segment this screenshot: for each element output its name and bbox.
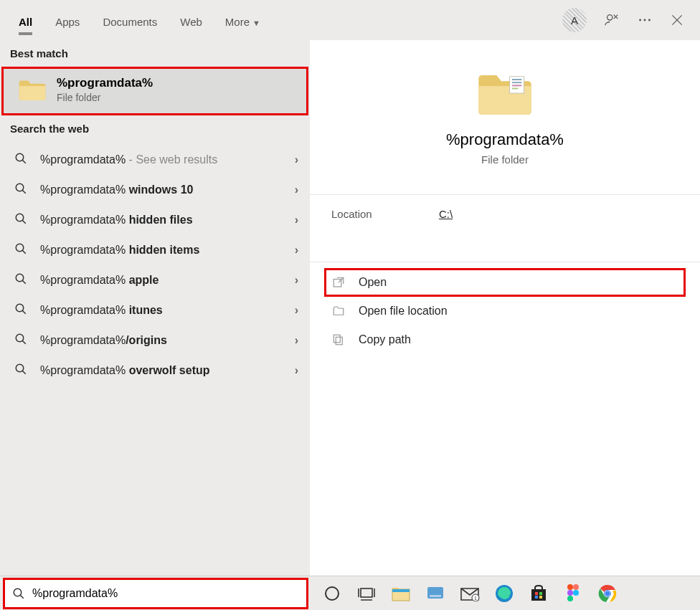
chevron-right-icon: › <box>295 184 298 196</box>
search-input[interactable] <box>32 587 299 600</box>
svg-rect-18 <box>336 337 342 345</box>
svg-rect-15 <box>512 85 521 86</box>
feedback-icon[interactable] <box>604 12 620 28</box>
svg-point-36 <box>573 584 579 590</box>
best-match-subtitle: File folder <box>57 92 153 103</box>
web-result[interactable]: %programdata%/origins › <box>6 325 304 356</box>
search-icon <box>14 152 29 168</box>
svg-rect-16 <box>512 88 518 90</box>
search-icon <box>14 182 29 198</box>
search-icon <box>14 302 29 318</box>
search-header: All Apps Documents Web More▼ A <box>0 0 700 40</box>
chevron-down-icon: ▼ <box>252 19 260 27</box>
best-match-title: %programdata% <box>57 76 153 90</box>
svg-point-11 <box>16 364 24 372</box>
svg-rect-14 <box>512 82 521 83</box>
chevron-right-icon: › <box>295 364 298 377</box>
svg-point-0 <box>607 15 612 20</box>
figma-icon[interactable] <box>562 583 584 604</box>
store-icon[interactable] <box>528 583 549 604</box>
chevron-right-icon: › <box>295 274 298 287</box>
open-icon <box>331 275 346 290</box>
location-link[interactable]: C:\ <box>439 208 453 220</box>
search-icon <box>14 333 29 348</box>
svg-point-1 <box>639 19 641 22</box>
search-web-header: Search the web <box>0 115 310 142</box>
folder-icon <box>18 77 47 102</box>
search-icon <box>14 242 29 258</box>
close-icon[interactable] <box>670 13 684 27</box>
chevron-right-icon: › <box>295 244 298 257</box>
svg-point-35 <box>567 584 573 590</box>
svg-point-37 <box>567 590 573 596</box>
preview-title: %programdata% <box>446 130 564 149</box>
svg-rect-33 <box>535 596 538 599</box>
action-copy-path[interactable]: Copy path <box>324 325 686 354</box>
web-result[interactable]: %programdata% overwolf setup › <box>6 356 304 386</box>
svg-point-39 <box>567 596 573 601</box>
web-result[interactable]: %programdata% hidden files › <box>6 205 304 235</box>
best-match-item[interactable]: %programdata% File folder <box>1 67 308 115</box>
svg-rect-34 <box>539 596 542 599</box>
preview-pane: %programdata% File folder Location C:\ O… <box>310 40 700 576</box>
action-open[interactable]: Open <box>324 268 686 297</box>
tab-web[interactable]: Web <box>169 3 214 38</box>
search-icon <box>14 212 29 228</box>
web-result[interactable]: %programdata% - See web results › <box>6 145 304 175</box>
svg-point-29 <box>496 585 513 602</box>
svg-point-27 <box>472 594 479 601</box>
web-result[interactable]: %programdata% hidden items › <box>6 235 304 265</box>
task-view-icon[interactable] <box>356 583 377 604</box>
svg-point-3 <box>648 19 651 22</box>
copy-icon <box>331 333 346 347</box>
svg-text:1: 1 <box>474 596 477 601</box>
folder-open-icon <box>331 304 346 318</box>
svg-point-20 <box>14 588 22 596</box>
taskbar: 1 <box>0 576 700 610</box>
edge-icon[interactable] <box>493 583 515 604</box>
search-icon <box>14 272 29 288</box>
search-box[interactable] <box>3 578 308 609</box>
location-row: Location C:\ <box>310 195 700 233</box>
svg-rect-24 <box>392 589 410 592</box>
tab-all[interactable]: All <box>7 3 44 38</box>
search-icon <box>14 363 29 378</box>
svg-point-42 <box>604 590 611 597</box>
chrome-icon[interactable] <box>597 583 618 604</box>
svg-rect-13 <box>512 79 521 80</box>
tab-apps[interactable]: Apps <box>44 3 91 38</box>
app-icon-1[interactable] <box>425 583 446 604</box>
chevron-right-icon: › <box>295 334 298 347</box>
svg-point-5 <box>16 184 24 191</box>
svg-point-38 <box>573 590 579 596</box>
best-match-header: Best match <box>0 40 310 67</box>
svg-point-4 <box>16 153 24 161</box>
svg-point-10 <box>16 334 24 342</box>
preview-actions: Open Open file location Copy path <box>310 262 700 360</box>
tab-more[interactable]: More▼ <box>214 3 272 38</box>
results-pane: Best match %programdata% File folder Sea… <box>0 40 310 576</box>
svg-point-44 <box>605 591 610 596</box>
cortana-icon[interactable] <box>321 583 343 604</box>
user-avatar[interactable]: A <box>562 8 587 32</box>
action-open-file-location[interactable]: Open file location <box>324 297 686 325</box>
svg-point-6 <box>16 214 24 221</box>
mail-icon[interactable]: 1 <box>459 583 481 604</box>
svg-point-8 <box>16 274 24 282</box>
svg-rect-23 <box>392 589 410 601</box>
web-result[interactable]: %programdata% windows 10 › <box>6 175 304 205</box>
svg-point-43 <box>605 591 610 596</box>
svg-rect-30 <box>531 589 546 601</box>
web-result[interactable]: %programdata% apple › <box>6 265 304 295</box>
web-results-list: %programdata% - See web results › %progr… <box>0 142 310 387</box>
filter-tabs: All Apps Documents Web More▼ <box>7 3 272 38</box>
svg-rect-25 <box>427 587 443 599</box>
svg-rect-19 <box>334 335 340 343</box>
svg-point-7 <box>16 244 24 252</box>
chevron-right-icon: › <box>295 153 298 166</box>
web-result[interactable]: %programdata% itunes › <box>6 295 304 325</box>
tab-documents[interactable]: Documents <box>91 3 169 38</box>
svg-rect-31 <box>535 592 538 595</box>
file-explorer-icon[interactable] <box>390 583 412 604</box>
more-options-icon[interactable] <box>637 12 653 28</box>
